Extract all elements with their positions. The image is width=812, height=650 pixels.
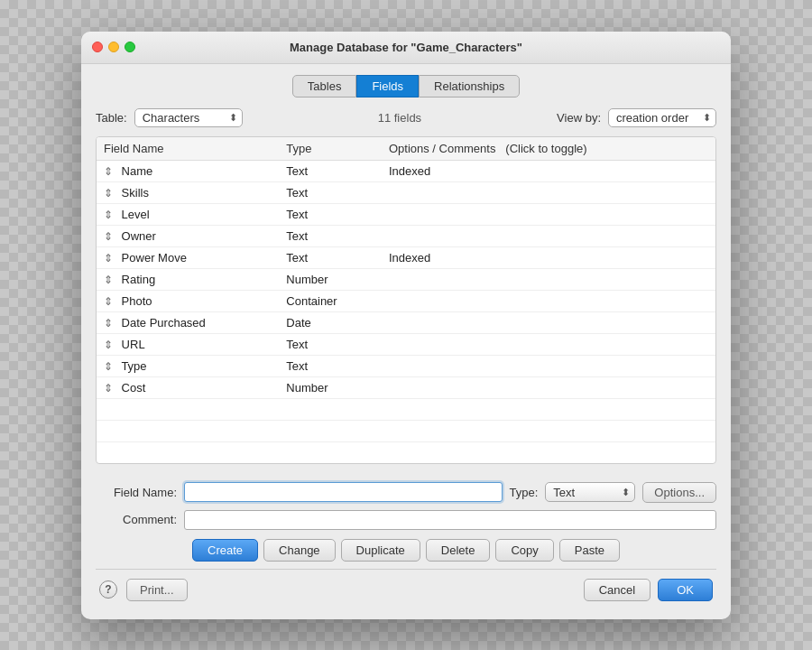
change-button[interactable]: Change (263, 539, 336, 562)
tab-relationships[interactable]: Relationships (419, 75, 520, 98)
row-sort-icon: ⇕ (104, 230, 118, 243)
field-name-cell: ⇕ Name (97, 160, 279, 181)
options-button[interactable]: Options... (642, 482, 716, 503)
empty-row (97, 398, 715, 420)
type-select[interactable]: Text (545, 482, 635, 502)
header-type[interactable]: Type (279, 137, 382, 161)
field-name-cell: ⇕ Photo (97, 290, 279, 311)
field-name-input[interactable] (184, 482, 503, 502)
help-button[interactable]: ? (99, 580, 117, 599)
tab-tables[interactable]: Tables (292, 75, 357, 98)
comment-input[interactable] (184, 510, 716, 530)
field-type-cell: Container (279, 290, 382, 311)
view-by-select[interactable]: creation order (608, 108, 716, 127)
field-options-cell (382, 333, 715, 355)
row-sort-icon: ⇕ (104, 187, 118, 200)
comment-label: Comment: (96, 513, 177, 526)
fields-table: Field Name Type Options / Comments (Clic… (97, 137, 715, 463)
cancel-button[interactable]: Cancel (584, 579, 651, 601)
field-type-cell: Text (279, 203, 382, 225)
comment-row: Comment: (96, 510, 716, 530)
field-type-cell: Text (279, 225, 382, 246)
paste-button[interactable]: Paste (559, 539, 620, 562)
field-name-cell: ⇕ Level (97, 203, 279, 225)
tab-fields[interactable]: Fields (356, 75, 419, 98)
table-row[interactable]: ⇕ TypeText (97, 355, 715, 376)
field-name-cell: ⇕ Power Move (97, 246, 279, 268)
table-row[interactable]: ⇕ CostNumber (97, 376, 715, 398)
table-label: Table: (96, 111, 127, 125)
copy-button[interactable]: Copy (495, 539, 553, 562)
window-content: Tables Fields Relationships Table: Chara… (81, 64, 731, 619)
field-options-cell (382, 290, 715, 311)
type-label: Type: (510, 486, 539, 499)
empty-row (97, 441, 715, 463)
row-sort-icon: ⇕ (104, 317, 118, 330)
table-row[interactable]: ⇕ OwnerText (97, 225, 715, 246)
table-row[interactable]: ⇕ URLText (97, 333, 715, 355)
minimize-button[interactable] (108, 42, 119, 52)
field-type-cell: Text (279, 246, 382, 268)
duplicate-button[interactable]: Duplicate (341, 539, 420, 562)
row-sort-icon: ⇕ (104, 339, 118, 351)
tabs-bar: Tables Fields Relationships (96, 75, 716, 98)
table-row[interactable]: ⇕ Date PurchasedDate (97, 311, 715, 333)
bottom-form: Field Name: Type: Text ⬍ Options... Comm… (96, 475, 716, 562)
bottom-bar: ? Print... Cancel OK (96, 569, 716, 605)
row-sort-icon: ⇕ (104, 360, 118, 373)
empty-row (97, 420, 715, 441)
delete-button[interactable]: Delete (426, 539, 491, 562)
table-selector-row: Table: Characters ⬍ 11 fields View by: c… (96, 108, 716, 127)
close-button[interactable] (92, 42, 103, 52)
header-field-name[interactable]: Field Name (97, 137, 279, 161)
field-count: 11 fields (250, 111, 549, 125)
table-row[interactable]: ⇕ NameTextIndexed (97, 160, 715, 181)
field-name-label: Field Name: (96, 486, 177, 499)
field-options-cell: Indexed (382, 246, 715, 268)
table-row[interactable]: ⇕ RatingNumber (97, 268, 715, 290)
field-type-cell: Date (279, 311, 382, 333)
row-sort-icon: ⇕ (104, 165, 118, 178)
type-select-wrapper: Text ⬍ (545, 482, 635, 502)
field-type-cell: Text (279, 181, 382, 203)
row-sort-icon: ⇕ (104, 274, 118, 286)
print-button[interactable]: Print... (126, 579, 188, 601)
field-name-cell: ⇕ Rating (97, 268, 279, 290)
window-title: Manage Database for "Game_Characters" (290, 41, 522, 54)
field-name-cell: ⇕ URL (97, 333, 279, 355)
field-name-cell: ⇕ Cost (97, 376, 279, 398)
table-row[interactable]: ⇕ PhotoContainer (97, 290, 715, 311)
table-select[interactable]: Characters (134, 108, 243, 127)
row-sort-icon: ⇕ (104, 295, 118, 308)
header-options-comments[interactable]: Options / Comments (Click to toggle) (382, 137, 715, 161)
fields-table-body: ⇕ NameTextIndexed⇕ SkillsText⇕ LevelText… (97, 160, 715, 463)
ok-button[interactable]: OK (658, 579, 713, 601)
field-options-cell (382, 181, 715, 203)
table-select-wrapper: Characters ⬍ (134, 108, 243, 127)
field-options-cell (382, 376, 715, 398)
table-row[interactable]: ⇕ Power MoveTextIndexed (97, 246, 715, 268)
action-buttons: Create Change Duplicate Delete Copy Past… (96, 539, 716, 562)
fields-table-header: Field Name Type Options / Comments (Clic… (97, 137, 715, 161)
field-options-cell (382, 311, 715, 333)
field-name-row: Field Name: Type: Text ⬍ Options... (96, 482, 716, 503)
table-row[interactable]: ⇕ SkillsText (97, 181, 715, 203)
traffic-lights (92, 42, 135, 52)
bottom-right: Cancel OK (584, 579, 713, 601)
maximize-button[interactable] (125, 42, 135, 52)
table-row[interactable]: ⇕ LevelText (97, 203, 715, 225)
field-type-cell: Number (279, 376, 382, 398)
field-name-cell: ⇕ Type (97, 355, 279, 376)
titlebar: Manage Database for "Game_Characters" (81, 32, 731, 64)
row-sort-icon: ⇕ (104, 382, 118, 395)
create-button[interactable]: Create (192, 539, 258, 562)
field-name-cell: ⇕ Skills (97, 181, 279, 203)
field-options-cell (382, 355, 715, 376)
field-type-cell: Text (279, 333, 382, 355)
field-type-cell: Number (279, 268, 382, 290)
manage-database-window: Manage Database for "Game_Characters" Ta… (81, 32, 731, 619)
field-options-cell (382, 225, 715, 246)
field-options-cell: Indexed (382, 160, 715, 181)
view-by-label: View by: (557, 111, 601, 125)
fields-table-container: Field Name Type Options / Comments (Clic… (96, 136, 716, 464)
